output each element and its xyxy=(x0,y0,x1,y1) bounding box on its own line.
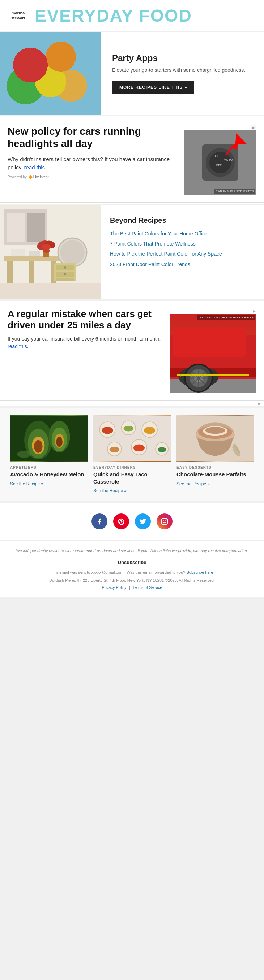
social-section xyxy=(0,502,264,540)
ad2-label: ▶ xyxy=(0,401,264,406)
ad2-image-container: ▶ DISCOUNT DRIVER INSURANCE RATES xyxy=(170,309,256,393)
ad1-image-caption: CAR INSURANCE RATES xyxy=(214,189,255,194)
more-recipes-button[interactable]: MORE RECIPES LIKE THIS » xyxy=(112,81,194,94)
svg-rect-46 xyxy=(177,374,249,376)
svg-rect-31 xyxy=(56,278,74,281)
recipe-card-2: EVERYDAY DINNERS Quick and Easy Taco Cas… xyxy=(90,415,174,493)
svg-rect-15 xyxy=(29,261,34,283)
svg-point-72 xyxy=(158,447,166,452)
svg-text:OFF: OFF xyxy=(215,154,221,158)
svg-rect-32 xyxy=(0,283,101,299)
svg-rect-17 xyxy=(11,249,25,256)
ad2-image-badge: DISCOUNT DRIVER INSURANCE RATES xyxy=(197,315,255,320)
ad2-image: DISCOUNT DRIVER INSURANCE RATES xyxy=(170,314,256,393)
svg-text:OFF: OFF xyxy=(216,164,222,167)
beyond-link-item-2[interactable]: 7 Paint Colors That Promote Wellness xyxy=(110,240,255,247)
svg-point-62 xyxy=(102,427,113,434)
recipe-link-3[interactable]: See the Recipe » xyxy=(176,481,210,487)
svg-point-83 xyxy=(166,519,167,520)
svg-point-59 xyxy=(17,451,31,458)
ad2-text: A regular mistake when cars get driven u… xyxy=(8,309,170,350)
hero-section: Party Apps Elevate your go-to starters w… xyxy=(0,32,264,115)
svg-point-25 xyxy=(60,240,85,265)
beyond-title: Beyond Recipes xyxy=(110,216,255,224)
recipe-name-3: Chocolate-Mousse Parfaits xyxy=(176,471,254,478)
unsubscribe-link[interactable]: Unsubscribe xyxy=(118,560,146,565)
recipe-cards-section: APPETIZERS Avocado & Honeydew Melon See … xyxy=(0,408,264,501)
svg-point-64 xyxy=(124,426,133,431)
hero-image xyxy=(0,32,101,115)
svg-point-54 xyxy=(34,440,42,453)
social-icons-row xyxy=(7,514,257,529)
ad-section-2: A regular mistake when cars get driven u… xyxy=(0,301,264,401)
facebook-icon[interactable] xyxy=(91,514,107,529)
recipe-category-3: EASY DESSERTS xyxy=(176,465,254,469)
svg-rect-35 xyxy=(173,328,246,357)
svg-point-58 xyxy=(56,437,62,447)
recipe-name-2: Quick and Easy Taco Casserole xyxy=(93,471,171,485)
beyond-image xyxy=(0,205,101,299)
terms-of-service-link[interactable]: Terms of Service xyxy=(133,585,162,590)
footer-links: Privacy Policy | Terms of Service xyxy=(11,585,253,590)
svg-point-68 xyxy=(110,447,119,452)
beyond-image-svg xyxy=(0,205,101,299)
svg-point-30 xyxy=(64,273,66,275)
privacy-policy-link[interactable]: Privacy Policy xyxy=(102,585,126,590)
svg-rect-14 xyxy=(7,261,13,283)
subscribe-here-link[interactable]: Subscribe here xyxy=(186,570,213,574)
beyond-link-item-4[interactable]: 2023 Front Door Paint Color Trends xyxy=(110,261,255,267)
recipe-link-2[interactable]: See the Recipe » xyxy=(93,488,126,493)
ad2-headline: A regular mistake when cars get driven u… xyxy=(8,309,164,331)
liveintent-logo: 🔶 Liveintent xyxy=(28,175,49,179)
svg-rect-11 xyxy=(7,213,25,242)
ad1-text: New policy for cars running headlights a… xyxy=(8,125,177,179)
header: martha stewart EVERYDAY FOOD xyxy=(0,0,264,32)
recipe-image-mousse xyxy=(176,415,254,462)
svg-point-70 xyxy=(133,444,145,451)
svg-point-66 xyxy=(144,427,155,434)
beyond-links-list: The Best Paint Colors for Your Home Offi… xyxy=(110,231,255,267)
beyond-content: Beyond Recipes The Best Paint Colors for… xyxy=(101,205,264,299)
ad1-read-this-link[interactable]: read this xyxy=(24,164,45,170)
ad2-read-this-link[interactable]: read this xyxy=(8,344,27,349)
svg-rect-18 xyxy=(29,251,40,256)
ad1-body: Why didn't insurers tell car owners this… xyxy=(8,155,177,172)
ad1-image: OFF AUTO OFF CAR INSURANCE RATES xyxy=(184,130,256,195)
footer-unsubscribe[interactable]: Unsubscribe xyxy=(11,560,253,565)
ad2-badge: ▶ xyxy=(252,309,256,314)
svg-point-28 xyxy=(64,266,66,269)
recipe-card-1: APPETIZERS Avocado & Honeydew Melon See … xyxy=(7,415,90,493)
hero-title: Party Apps xyxy=(112,53,253,63)
ad1-car-image: OFF AUTO OFF xyxy=(184,130,256,195)
footer: We independently evaluate all recommende… xyxy=(0,540,264,597)
ad1-image-container: ▶ OFF AUTO OFF xyxy=(184,125,256,195)
hero-image-inner xyxy=(0,32,101,115)
recipe-link-1[interactable]: See the Recipe » xyxy=(10,481,43,487)
ad-section-1: New policy for cars running headlights a… xyxy=(0,118,264,202)
car-knob-svg: OFF AUTO OFF xyxy=(188,134,253,191)
site-title: EVERYDAY FOOD xyxy=(35,6,192,25)
svg-rect-12 xyxy=(27,213,45,242)
logo: martha stewart xyxy=(7,11,29,20)
twitter-icon[interactable] xyxy=(135,514,151,529)
svg-point-82 xyxy=(163,520,166,523)
instagram-icon[interactable] xyxy=(157,514,173,529)
hero-content: Party Apps Elevate your go-to starters w… xyxy=(101,32,264,115)
beyond-link-item-3[interactable]: How to Pick the Perfect Paint Color for … xyxy=(110,251,255,257)
recipe-card-3: EASY DESSERTS Chocolate-Mousse Parfaits … xyxy=(174,415,257,493)
beyond-section: Beyond Recipes The Best Paint Colors for… xyxy=(0,205,264,299)
recipe-name-1: Avocado & Honeydew Melon xyxy=(10,471,88,478)
beyond-link-item-1[interactable]: The Best Paint Colors for Your Home Offi… xyxy=(110,231,255,237)
pinterest-icon[interactable] xyxy=(113,514,129,529)
recipe-category-2: EVERYDAY DINNERS xyxy=(93,465,171,469)
footer-disclaimer: We independently evaluate all recommende… xyxy=(11,548,253,554)
ad1-powered-by: Powered by 🔶 Liveintent xyxy=(8,175,177,179)
ad2-car-svg xyxy=(170,314,256,393)
recipe-image-taco xyxy=(93,415,171,462)
footer-address: Dotdash Meredith, 225 Liberty St, 4th Fl… xyxy=(11,578,253,582)
footer-email-info: This email was sent to xxxxx@gmail.com |… xyxy=(11,570,253,576)
recipe-image-avocado xyxy=(10,415,88,462)
svg-text:AUTO: AUTO xyxy=(224,158,233,161)
divider-1 xyxy=(0,115,264,116)
ad1-headline: New policy for cars running headlights a… xyxy=(8,125,177,150)
